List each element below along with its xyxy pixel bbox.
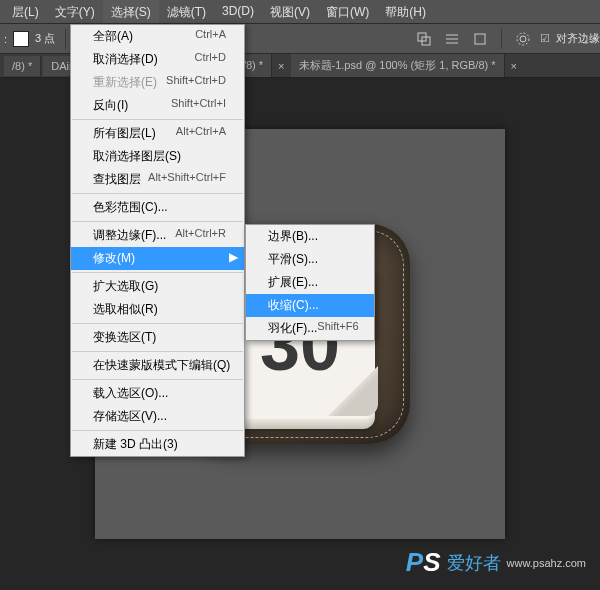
menu-item[interactable]: 取消选择(D)Ctrl+D [71,48,244,71]
watermark: PS 爱好者 www.psahz.com [406,547,586,578]
menu-shortcut: Shift+F6 [317,320,358,337]
menu-item[interactable]: 载入选区(O)... [71,382,244,405]
tab-close-icon[interactable]: × [274,60,288,72]
menu-item-label: 羽化(F)... [268,320,317,337]
menu-item[interactable]: 查找图层Alt+Shift+Ctrl+F [71,168,244,191]
menu-3d[interactable]: 3D(D) [214,0,262,23]
colon-label: : [4,33,7,45]
tab-3[interactable]: 未标题-1.psd @ 100% (矩形 1, RGB/8) * [291,54,505,77]
menu-item[interactable]: 存储选区(V)... [71,405,244,428]
menu-separator [72,193,243,194]
menu-item[interactable]: 色彩范围(C)... [71,196,244,219]
menu-item-label: 新建 3D 凸出(3) [93,436,178,453]
menu-item-label: 全部(A) [93,28,133,45]
menu-item-label: 所有图层(L) [93,125,156,142]
menu-select[interactable]: 选择(S) [103,0,159,23]
menu-item-label: 载入选区(O)... [93,385,168,402]
menu-item-label: 存储选区(V)... [93,408,167,425]
menu-shortcut: Alt+Ctrl+R [175,227,226,244]
menu-window[interactable]: 窗口(W) [318,0,377,23]
menu-item-label: 修改(M) [93,250,135,267]
menu-shortcut: Alt+Ctrl+A [176,125,226,142]
menu-item[interactable]: 变换选区(T) [71,326,244,349]
separator [65,29,66,49]
menu-item[interactable]: 修改(M)▶ [71,247,244,270]
tab-0[interactable]: /8) * [4,56,41,76]
menu-item-label: 变换选区(T) [93,329,156,346]
menu-item-label: 调整边缘(F)... [93,227,166,244]
fill-swatch[interactable] [13,31,29,47]
submenu-item[interactable]: 平滑(S)... [246,248,374,271]
menu-shortcut: Shift+Ctrl+D [166,74,226,91]
align-edges-label: 对齐边缘 [556,31,600,46]
modify-submenu: 边界(B)...平滑(S)...扩展(E)...收缩(C)...羽化(F)...… [245,224,375,341]
points-label: 3 点 [35,31,55,46]
menu-item[interactable]: 所有图层(L)Alt+Ctrl+A [71,122,244,145]
menu-separator [72,379,243,380]
menu-item-label: 色彩范围(C)... [93,199,168,216]
menu-shortcut: Alt+Shift+Ctrl+F [148,171,226,188]
menu-layer[interactable]: 层(L) [4,0,47,23]
menu-shortcut: Ctrl+A [195,28,226,45]
menu-item: 重新选择(E)Shift+Ctrl+D [71,71,244,94]
menu-item[interactable]: 扩大选取(G) [71,275,244,298]
gear-icon[interactable] [512,28,534,50]
menu-shortcut: Ctrl+D [195,51,226,68]
menu-item[interactable]: 新建 3D 凸出(3) [71,433,244,456]
menu-item[interactable]: 在快速蒙版模式下编辑(Q) [71,354,244,377]
menu-filter[interactable]: 滤镜(T) [159,0,214,23]
watermark-url: www.psahz.com [507,557,586,569]
menu-item[interactable]: 选取相似(R) [71,298,244,321]
menu-item-label: 平滑(S)... [268,251,318,268]
submenu-item[interactable]: 羽化(F)...Shift+F6 [246,317,374,340]
menu-item-label: 反向(I) [93,97,128,114]
separator [501,29,502,49]
submenu-item[interactable]: 收缩(C)... [246,294,374,317]
menu-separator [72,119,243,120]
menu-separator [72,351,243,352]
submenu-arrow-icon: ▶ [229,250,238,264]
menu-view[interactable]: 视图(V) [262,0,318,23]
menu-separator [72,323,243,324]
menu-item-label: 查找图层 [93,171,141,188]
svg-rect-5 [475,34,485,44]
path-ops-icon[interactable] [413,28,435,50]
menu-item[interactable]: 取消选择图层(S) [71,145,244,168]
ps-logo: PS [406,547,441,578]
menu-text[interactable]: 文字(Y) [47,0,103,23]
menu-item-label: 取消选择(D) [93,51,158,68]
submenu-item[interactable]: 边界(B)... [246,225,374,248]
checkbox-icon[interactable]: ☑ [540,32,550,45]
menu-item-label: 扩展(E)... [268,274,318,291]
svg-point-6 [520,36,526,42]
menu-item-label: 重新选择(E) [93,74,157,91]
menu-separator [72,221,243,222]
select-dropdown: 全部(A)Ctrl+A取消选择(D)Ctrl+D重新选择(E)Shift+Ctr… [70,24,245,457]
menu-separator [72,430,243,431]
menu-separator [72,272,243,273]
watermark-cn: 爱好者 [447,551,501,575]
menu-item-label: 收缩(C)... [268,297,319,314]
menu-item-label: 扩大选取(G) [93,278,158,295]
menu-shortcut: Shift+Ctrl+I [171,97,226,114]
submenu-item[interactable]: 扩展(E)... [246,271,374,294]
menu-item[interactable]: 调整边缘(F)...Alt+Ctrl+R [71,224,244,247]
menu-item[interactable]: 反向(I)Shift+Ctrl+I [71,94,244,117]
arrange-icon[interactable] [469,28,491,50]
tab-close-icon[interactable]: × [507,60,521,72]
menu-item-label: 取消选择图层(S) [93,148,181,165]
svg-point-7 [517,33,529,45]
menu-item-label: 选取相似(R) [93,301,158,318]
menu-item-label: 在快速蒙版模式下编辑(Q) [93,357,230,374]
menu-item-label: 边界(B)... [268,228,318,245]
align-icon[interactable] [441,28,463,50]
menubar: 层(L) 文字(Y) 选择(S) 滤镜(T) 3D(D) 视图(V) 窗口(W)… [0,0,600,24]
menu-help[interactable]: 帮助(H) [377,0,434,23]
menu-item[interactable]: 全部(A)Ctrl+A [71,25,244,48]
